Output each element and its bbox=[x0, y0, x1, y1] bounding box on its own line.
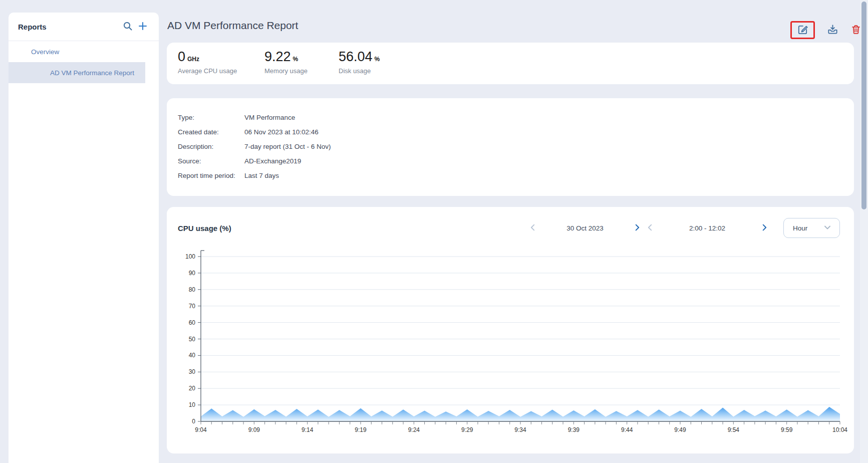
detail-label: Description: bbox=[178, 143, 244, 150]
page-title: AD VM Performance Report bbox=[167, 20, 298, 32]
download-report-button[interactable] bbox=[827, 24, 838, 37]
svg-text:30: 30 bbox=[189, 368, 196, 375]
cpu-usage-area-chart: 01020304050607080901009:049:099:149:199:… bbox=[170, 228, 851, 437]
svg-text:0: 0 bbox=[192, 418, 195, 425]
report-list: Overview AD VM Performance Report bbox=[9, 41, 159, 83]
add-report-button[interactable] bbox=[138, 21, 148, 33]
svg-text:9:34: 9:34 bbox=[514, 426, 526, 433]
detail-label: Type: bbox=[178, 114, 244, 121]
detail-value: AD-Exchange2019 bbox=[244, 157, 301, 165]
header-actions bbox=[790, 21, 861, 39]
svg-text:9:29: 9:29 bbox=[461, 426, 473, 433]
cpu-usage-chart-card: CPU usage (%) 30 Oct 2023 2:00 - 12:02 bbox=[167, 207, 854, 453]
svg-text:50: 50 bbox=[189, 336, 196, 343]
page-scrollbar-track[interactable] bbox=[860, 0, 868, 463]
svg-text:70: 70 bbox=[189, 303, 196, 310]
metric-unit: % bbox=[375, 56, 380, 63]
sidebar-title: Reports bbox=[18, 23, 118, 31]
svg-text:9:04: 9:04 bbox=[195, 426, 207, 433]
metric-value: 9.22 bbox=[264, 49, 291, 65]
metric-label: Average CPU usage bbox=[178, 67, 240, 75]
metric-label: Memory usage bbox=[264, 67, 315, 75]
metrics-card: 0 GHz Average CPU usage 9.22 % Memory us… bbox=[167, 43, 854, 84]
edit-report-button[interactable] bbox=[797, 24, 808, 37]
report-details-card: Type: VM Performance Created date: 06 No… bbox=[167, 98, 854, 196]
svg-text:10: 10 bbox=[189, 401, 196, 408]
search-button[interactable] bbox=[123, 21, 133, 33]
svg-text:9:59: 9:59 bbox=[781, 426, 793, 433]
detail-value: VM Performance bbox=[244, 114, 295, 121]
detail-label: Source: bbox=[178, 157, 244, 165]
detail-row-type: Type: VM Performance bbox=[178, 110, 854, 125]
svg-text:9:54: 9:54 bbox=[728, 426, 740, 433]
svg-text:10:04: 10:04 bbox=[832, 426, 847, 433]
detail-value: Last 7 days bbox=[244, 172, 279, 179]
sidebar-item-ad-vm-performance-report[interactable]: AD VM Performance Report bbox=[9, 62, 145, 83]
metric-unit: GHz bbox=[187, 56, 199, 63]
svg-text:9:49: 9:49 bbox=[674, 426, 686, 433]
search-icon bbox=[123, 21, 133, 33]
download-icon bbox=[827, 24, 838, 37]
reports-sidebar: Reports Overview AD VM Performance Repor… bbox=[9, 13, 159, 463]
metric-value: 56.04 bbox=[339, 49, 373, 65]
svg-text:9:09: 9:09 bbox=[248, 426, 260, 433]
detail-row-created-date: Created date: 06 Nov 2023 at 10:02:46 bbox=[178, 125, 854, 139]
svg-text:40: 40 bbox=[189, 352, 196, 359]
metric-avg-cpu: 0 GHz Average CPU usage bbox=[178, 49, 240, 84]
plus-icon bbox=[138, 21, 148, 33]
detail-value: 7-day report (31 Oct - 6 Nov) bbox=[244, 143, 331, 150]
svg-text:80: 80 bbox=[189, 286, 196, 293]
detail-row-source: Source: AD-Exchange2019 bbox=[178, 154, 854, 168]
detail-label: Created date: bbox=[178, 128, 244, 136]
svg-text:60: 60 bbox=[189, 319, 196, 326]
detail-label: Report time period: bbox=[178, 172, 244, 179]
svg-text:20: 20 bbox=[189, 385, 196, 392]
sidebar-item-label: Overview bbox=[31, 48, 59, 56]
detail-row-description: Description: 7-day report (31 Oct - 6 No… bbox=[178, 139, 854, 154]
sidebar-item-label: AD VM Performance Report bbox=[50, 69, 134, 77]
svg-text:9:24: 9:24 bbox=[408, 426, 420, 433]
metric-memory: 9.22 % Memory usage bbox=[264, 49, 315, 84]
svg-text:9:44: 9:44 bbox=[621, 426, 633, 433]
svg-text:9:39: 9:39 bbox=[568, 426, 580, 433]
sidebar-item-overview[interactable]: Overview bbox=[9, 41, 145, 62]
detail-row-time-period: Report time period: Last 7 days bbox=[178, 168, 854, 183]
svg-text:100: 100 bbox=[185, 253, 195, 260]
detail-value: 06 Nov 2023 at 10:02:46 bbox=[244, 128, 319, 136]
metric-value: 0 bbox=[178, 49, 185, 65]
svg-text:9:19: 9:19 bbox=[355, 426, 367, 433]
edit-icon bbox=[797, 24, 808, 37]
svg-text:90: 90 bbox=[189, 270, 196, 277]
metric-unit: % bbox=[293, 56, 299, 63]
metric-label: Disk usage bbox=[339, 67, 380, 75]
sidebar-header: Reports bbox=[9, 13, 159, 41]
svg-text:9:14: 9:14 bbox=[302, 426, 314, 433]
page-scrollbar-thumb[interactable] bbox=[861, 2, 866, 209]
metric-disk: 56.04 % Disk usage bbox=[339, 49, 380, 84]
click-highlight-box bbox=[790, 21, 815, 39]
